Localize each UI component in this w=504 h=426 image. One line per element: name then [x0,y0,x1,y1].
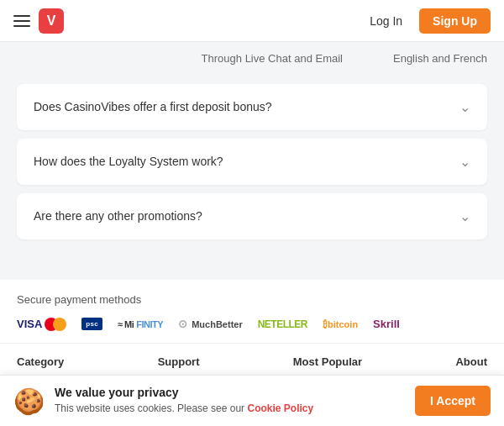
cookie-banner: 🍪 We value your privacy This website use… [0,375,504,426]
header-left: V [13,8,64,34]
footer-popular: Most Popular [293,355,362,368]
footer-category: Category [17,355,64,368]
chevron-down-icon-2: ⌄ [459,154,470,170]
chevron-down-icon-1: ⌄ [459,99,470,115]
mc-orange-circle [53,318,66,331]
language-text: English and French [393,52,487,65]
signup-button[interactable]: Sign Up [419,8,491,34]
mastercard-logo [45,318,66,331]
footer-nav: Category Support Most Popular About [0,343,504,375]
footer-support: Support [158,355,200,368]
faq-item-1[interactable]: Does CasinoVibes offer a first deposit b… [17,84,487,130]
cookie-desc: This website uses cookies. Please see ou… [55,402,405,416]
visa-logo: VISA [17,318,66,331]
payment-title: Secure payment methods [17,293,487,306]
support-info: Through Live Chat and Email [202,50,343,67]
faq-question-1: Does CasinoVibes offer a first deposit b… [34,100,272,113]
neteller-logo: NETELLER [258,318,307,330]
cookie-text-block: We value your privacy This website uses … [55,386,405,416]
payment-logos: VISA psc ≈ MiFINITY ⊙MuchBetter NETELLER… [17,318,487,331]
login-button[interactable]: Log In [360,9,412,33]
mifinity-logo: ≈ MiFINITY [118,319,163,329]
footer-about: About [455,355,487,368]
header: V Log In Sign Up [0,0,504,42]
faq-item-3[interactable]: Are there any other promotions? ⌄ [17,193,487,239]
visa-text: VISA [17,318,42,330]
cookie-description-text: This website uses cookies. Please see ou… [55,402,244,414]
faq-question-3: Are there any other promotions? [34,209,202,223]
faq-item-2[interactable]: How does the Loyalty System work? ⌄ [17,139,487,185]
bitcoin-logo: ₿bitcoin [323,319,358,329]
skrill-logo: Skrill [373,318,400,330]
cookie-policy-link[interactable]: Cookie Policy [247,402,313,414]
sub-header: Through Live Chat and Email English and … [0,42,504,72]
faq-section: Does CasinoVibes offer a first deposit b… [0,72,504,256]
faq-question-2: How does the Loyalty System work? [34,155,223,168]
cookie-icon: 🍪 [13,387,45,416]
hamburger-menu[interactable] [13,15,30,27]
muchbetter-logo: ⊙MuchBetter [178,318,243,330]
support-text: Through Live Chat and Email [202,52,343,65]
paysafecard-logo: psc [81,318,102,330]
logo-letter: V [47,13,56,29]
language-info: English and French [393,50,487,67]
spacer [0,256,504,280]
cookie-title: We value your privacy [55,386,405,399]
header-right: Log In Sign Up [360,8,491,34]
payment-section: Secure payment methods VISA psc ≈ MiFINI… [0,280,504,343]
accept-button[interactable]: I Accept [415,386,491,416]
logo-icon[interactable]: V [39,8,64,34]
chevron-down-icon-3: ⌄ [459,208,470,224]
